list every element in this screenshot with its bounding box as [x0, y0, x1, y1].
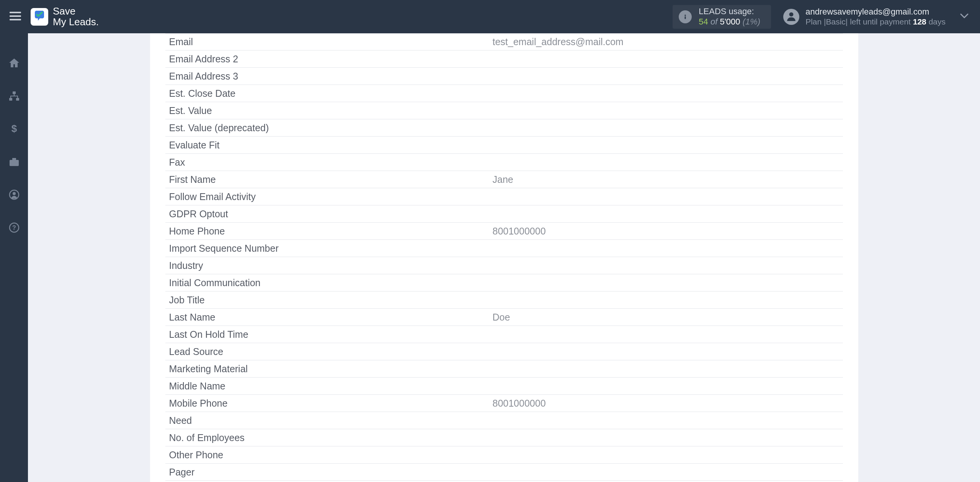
svg-text:?: ?: [12, 225, 16, 231]
field-row: Email Address 3: [165, 68, 843, 85]
field-value: 8001000000: [493, 226, 839, 237]
field-row: Follow Email Activity: [165, 188, 843, 205]
field-row: Fax: [165, 154, 843, 171]
field-value: 8001000000: [493, 398, 839, 409]
svg-rect-4: [685, 16, 686, 19]
usage-used: 54: [699, 17, 708, 26]
field-label: Last On Hold Time: [169, 329, 493, 340]
field-label: No. of Employees: [169, 432, 493, 443]
question-circle-icon: ?: [8, 222, 20, 234]
field-row: Job Title: [165, 291, 843, 309]
account-box[interactable]: andrewsavemyleads@gmail.com Plan |Basic|…: [783, 7, 946, 27]
svg-rect-7: [9, 98, 12, 101]
logo-text: Save My Leads.: [53, 6, 99, 27]
field-label: Need: [169, 415, 493, 426]
svg-rect-8: [16, 98, 19, 101]
usage-title: LEADS usage:: [699, 7, 760, 16]
field-row: Marketing Material: [165, 360, 843, 378]
avatar: [783, 9, 799, 25]
field-label: Email Address 2: [169, 54, 493, 65]
field-label: Home Phone: [169, 226, 493, 237]
field-row: Last On Hold Time: [165, 326, 843, 343]
usage-text: LEADS usage: 54 of 5'000 (1%): [699, 7, 760, 27]
field-row: Est. Value: [165, 102, 843, 119]
field-label: Evaluate Fit: [169, 140, 493, 151]
svg-rect-10: [10, 160, 19, 166]
field-label: Pager: [169, 467, 493, 478]
sitemap-icon: [8, 91, 20, 103]
account-plan: Plan |Basic| left until payment 128 days: [805, 17, 946, 27]
field-label: GDPR Optout: [169, 208, 493, 220]
account-text: andrewsavemyleads@gmail.com Plan |Basic|…: [805, 7, 946, 27]
sidebar-item-home[interactable]: [7, 56, 22, 72]
sidebar-item-connections[interactable]: [7, 89, 22, 104]
field-row: No. of Employees: [165, 429, 843, 446]
sidebar-item-work[interactable]: [7, 155, 22, 170]
chevron-down-icon: [960, 13, 969, 20]
sidebar-item-billing[interactable]: $: [7, 122, 22, 137]
field-label: Mobile Phone: [169, 398, 493, 409]
briefcase-icon: [8, 156, 20, 169]
field-row: GDPR Optout: [165, 205, 843, 223]
user-icon: [786, 11, 796, 23]
field-row: Emailtest_email_address@mail.com: [165, 33, 843, 50]
logo-mark: [31, 8, 48, 26]
field-row: Import Sequence Number: [165, 240, 843, 257]
field-label: Email Address 3: [169, 71, 493, 82]
field-row: Initial Communication: [165, 274, 843, 291]
svg-rect-2: [10, 19, 21, 20]
dollar-icon: $: [8, 124, 20, 136]
field-row: Lead Source: [165, 343, 843, 360]
svg-rect-6: [13, 91, 16, 94]
field-row: First NameJane: [165, 171, 843, 188]
field-row: Last NameDoe: [165, 309, 843, 326]
field-label: First Name: [169, 174, 493, 185]
svg-point-5: [789, 12, 794, 16]
field-row: Email Address 2: [165, 50, 843, 68]
field-label: Est. Value (deprecated): [169, 122, 493, 134]
field-rows: Emailtest_email_address@mail.comEmail Ad…: [150, 33, 858, 482]
field-label: Lead Source: [169, 346, 493, 357]
field-value: test_email_address@mail.com: [493, 36, 839, 47]
menu-toggle[interactable]: [8, 9, 23, 24]
usage-of: of: [710, 17, 720, 26]
svg-point-3: [685, 15, 686, 16]
sidebar-item-help[interactable]: ?: [7, 221, 22, 236]
account-dropdown-toggle[interactable]: [960, 13, 969, 20]
usage-pct: (1%): [743, 17, 760, 26]
field-label: Import Sequence Number: [169, 243, 493, 254]
account-email: andrewsavemyleads@gmail.com: [805, 7, 946, 17]
info-icon: [679, 10, 692, 23]
user-circle-icon: [8, 189, 20, 202]
usage-limit: 5'000: [720, 17, 740, 26]
field-value: Doe: [493, 312, 839, 323]
hamburger-icon: [10, 11, 21, 22]
field-label: Job Title: [169, 295, 493, 306]
field-row: Evaluate Fit: [165, 137, 843, 154]
top-header: Save My Leads. LEADS usage: 54 of 5'000 …: [0, 0, 980, 33]
field-label: Industry: [169, 260, 493, 271]
checkmark-icon: [33, 10, 46, 24]
field-label: Est. Close Date: [169, 88, 493, 99]
field-row: Middle Name: [165, 378, 843, 395]
logo[interactable]: Save My Leads.: [31, 6, 99, 27]
field-label: Email: [169, 36, 493, 47]
sidebar-item-profile[interactable]: [7, 188, 22, 203]
field-label: Follow Email Activity: [169, 191, 493, 202]
home-icon: [8, 58, 20, 70]
field-row: Industry: [165, 257, 843, 274]
field-label: Initial Communication: [169, 277, 493, 288]
svg-rect-1: [10, 15, 21, 17]
usage-box[interactable]: LEADS usage: 54 of 5'000 (1%): [673, 5, 771, 29]
field-row: Est. Value (deprecated): [165, 119, 843, 137]
field-row: Need: [165, 412, 843, 429]
field-label: Fax: [169, 157, 493, 168]
field-mapping-card: Emailtest_email_address@mail.comEmail Ad…: [150, 33, 858, 482]
field-label: Est. Value: [169, 105, 493, 116]
sidebar: $ ?: [0, 33, 28, 482]
header-right: LEADS usage: 54 of 5'000 (1%) andrewsave…: [673, 5, 969, 29]
usage-line: 54 of 5'000 (1%): [699, 17, 760, 27]
svg-rect-0: [10, 11, 21, 13]
svg-point-13: [13, 192, 16, 195]
main-content: Emailtest_email_address@mail.comEmail Ad…: [28, 33, 980, 482]
